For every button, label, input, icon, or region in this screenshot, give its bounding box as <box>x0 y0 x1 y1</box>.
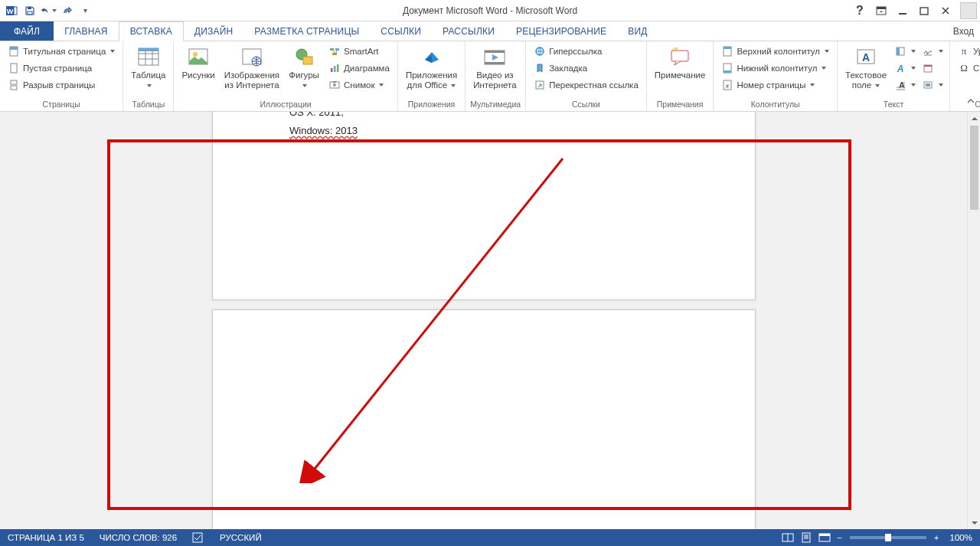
collapse-ribbon-button[interactable] <box>965 96 977 108</box>
chart-button[interactable]: Диаграмма <box>325 60 393 77</box>
object-button[interactable] <box>920 77 945 93</box>
tab-insert[interactable]: ВСТАВКА <box>119 21 184 41</box>
zoom-level[interactable]: 100% <box>942 529 980 546</box>
window-controls: ? <box>850 2 980 19</box>
vertical-scrollbar[interactable] <box>967 112 980 529</box>
svg-rect-10 <box>10 47 18 50</box>
status-page[interactable]: СТРАНИЦА 1 ИЗ 5 <box>0 529 92 546</box>
online-video-button[interactable]: Видео изИнтернета <box>470 43 519 91</box>
online-pictures-button[interactable]: Изображенияиз Интернета <box>221 43 283 91</box>
shapes-button[interactable]: Фигуры <box>286 43 322 91</box>
signin-link[interactable]: Вход <box>953 21 980 41</box>
view-weblayout-button[interactable] <box>815 529 834 546</box>
footer-button[interactable]: Нижний колонтитул <box>718 60 832 77</box>
dropcap-button[interactable]: A <box>893 77 917 93</box>
tab-design[interactable]: ДИЗАЙН <box>184 21 244 41</box>
scroll-up-button[interactable] <box>968 112 980 125</box>
zoom-slider[interactable] <box>850 536 926 539</box>
bookmark-button[interactable]: Закладка <box>531 60 642 77</box>
video-icon <box>482 44 507 69</box>
screenshot-button[interactable]: Снимок <box>325 77 393 93</box>
group-label-tables: Таблицы <box>128 98 168 111</box>
close-button[interactable] <box>936 2 956 19</box>
symbol-button[interactable]: Ω Символ <box>955 60 980 77</box>
svg-rect-23 <box>335 48 339 51</box>
save-button[interactable] <box>21 2 38 19</box>
tab-mailings[interactable]: РАССЫЛКИ <box>432 21 505 41</box>
tab-home[interactable]: ГЛАВНАЯ <box>54 21 118 41</box>
help-button[interactable]: ? <box>850 2 870 19</box>
word-app-icon[interactable]: W <box>3 2 20 19</box>
tab-file[interactable]: ФАЙЛ <box>0 21 54 41</box>
group-tables: Таблица Таблицы <box>123 41 174 111</box>
view-readmode-button[interactable] <box>779 529 797 546</box>
tab-review[interactable]: РЕЦЕНЗИРОВАНИЕ <box>505 21 617 41</box>
status-proofing[interactable] <box>185 529 212 546</box>
scroll-thumb[interactable] <box>970 126 978 210</box>
apps-button[interactable]: Приложениядля Office <box>403 43 460 91</box>
status-wordcount[interactable]: ЧИСЛО СЛОВ: 926 <box>92 529 185 546</box>
maximize-button[interactable] <box>914 2 934 19</box>
svg-rect-39 <box>724 47 731 49</box>
svg-rect-22 <box>330 48 334 51</box>
redo-button[interactable] <box>58 2 75 19</box>
crossref-button[interactable]: Перекрестная ссылка <box>531 77 642 93</box>
quick-access-toolbar: W ▾ <box>0 2 93 19</box>
signature-button[interactable] <box>920 43 945 60</box>
bookmark-icon <box>534 62 546 74</box>
header-button[interactable]: Верхний колонтитул <box>718 43 832 60</box>
page-2[interactable] <box>212 309 756 529</box>
ribbon-display-button[interactable] <box>871 2 891 19</box>
svg-rect-2 <box>14 7 17 15</box>
group-media: Видео изИнтернета Мультимедиа <box>466 41 526 111</box>
page-break-button[interactable]: Разрыв страницы <box>5 77 118 93</box>
svg-rect-41 <box>724 70 731 73</box>
wordart-button[interactable]: A <box>893 60 917 77</box>
document-canvas[interactable]: OS X: 2011, Windows: 2013 <box>0 112 967 529</box>
svg-rect-36 <box>671 51 688 61</box>
chart-icon <box>328 62 341 74</box>
datetime-button[interactable] <box>920 60 945 77</box>
svg-rect-11 <box>11 64 17 73</box>
svg-rect-6 <box>877 7 886 9</box>
qat-customize-button[interactable]: ▾ <box>77 2 93 19</box>
symbol-icon: Ω <box>958 62 970 74</box>
svg-rect-24 <box>332 53 337 55</box>
svg-rect-26 <box>334 66 336 72</box>
undo-button[interactable] <box>40 2 57 19</box>
svg-rect-25 <box>331 68 333 72</box>
svg-rect-47 <box>897 47 900 55</box>
table-icon <box>136 44 161 69</box>
group-headerfooter: Верхний колонтитул Нижний колонтитул # Н… <box>714 41 838 111</box>
pictures-button[interactable]: Рисунки <box>178 43 217 82</box>
user-avatar[interactable] <box>960 2 977 19</box>
pagenumber-button[interactable]: # Номер страницы <box>718 77 832 93</box>
textbox-icon: A <box>854 44 878 69</box>
svg-rect-13 <box>11 86 17 90</box>
smartart-button[interactable]: SmartArt <box>325 43 393 60</box>
document-text-line: OS X: 2011, <box>289 112 344 118</box>
equation-button[interactable]: π Уравнение <box>955 43 980 60</box>
tab-references[interactable]: ССЫЛКИ <box>370 21 432 41</box>
view-printlayout-button[interactable] <box>797 529 815 546</box>
textbox-button[interactable]: A Текстовоеполе <box>842 43 890 91</box>
zoom-out-button[interactable]: − <box>834 529 845 546</box>
zoom-slider-thumb[interactable] <box>885 534 891 541</box>
page-1[interactable]: OS X: 2011, Windows: 2013 <box>212 112 756 300</box>
zoom-in-button[interactable]: + <box>931 529 942 546</box>
hyperlink-button[interactable]: Гиперссылка <box>531 43 642 60</box>
table-button[interactable]: Таблица <box>128 43 168 91</box>
comment-button[interactable]: Примечание <box>652 43 709 82</box>
svg-text:W: W <box>7 8 14 15</box>
status-language[interactable]: РУССКИЙ <box>212 529 270 546</box>
cover-page-button[interactable]: Титульная страница <box>5 43 118 60</box>
scroll-down-button[interactable] <box>968 516 980 529</box>
group-illustrations: Рисунки Изображенияиз Интернета Фигуры S… <box>174 41 398 111</box>
blank-page-button[interactable]: Пустая страница <box>5 60 118 77</box>
quickparts-button[interactable] <box>893 43 917 60</box>
group-label-text: Текст <box>842 98 945 111</box>
tab-pagelayout[interactable]: РАЗМЕТКА СТРАНИЦЫ <box>243 21 370 41</box>
tab-view[interactable]: ВИД <box>617 21 658 41</box>
minimize-button[interactable] <box>893 2 913 19</box>
svg-rect-59 <box>819 534 830 536</box>
